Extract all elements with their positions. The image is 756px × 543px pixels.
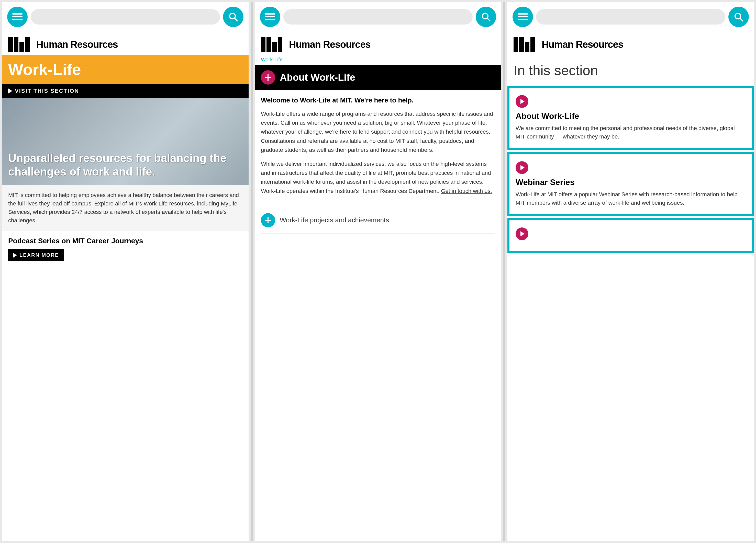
svg-rect-5 — [265, 13, 275, 15]
menu-button-1[interactable] — [7, 7, 28, 27]
hero-image: Unparalleled resources for balancing the… — [2, 98, 249, 185]
panel-2: Human Resources Work-Life About Work-Lif… — [255, 2, 501, 541]
mit-bar-2-3 — [272, 42, 277, 52]
mit-bar-4 — [25, 37, 30, 52]
card-play-3[interactable] — [516, 228, 528, 240]
svg-rect-7 — [265, 19, 275, 20]
mit-logo-2 — [261, 37, 282, 52]
panel1-description: MIT is committed to helping employees ac… — [2, 185, 249, 231]
hero-heading: Unparalleled resources for balancing the… — [8, 152, 242, 179]
card-body-1: We are committed to meeting the personal… — [516, 124, 746, 141]
search-bar-2[interactable] — [283, 9, 473, 25]
accordion-work-life-projects[interactable]: Work-Life projects and achievements — [255, 207, 501, 234]
about-content: Welcome to Work-Life at MIT. We're here … — [255, 90, 501, 207]
card-play-1[interactable] — [516, 95, 528, 108]
plus-circle-pink — [261, 70, 275, 85]
work-life-title-1: Work-Life — [8, 61, 81, 78]
svg-line-18 — [740, 18, 743, 21]
card-webinar: Webinar Series Work-Life at MIT offers a… — [509, 154, 752, 214]
card-about-work-life-teal-bg: About Work-Life We are committed to meet… — [507, 86, 754, 150]
logo-area-3: Human Resources — [507, 32, 754, 55]
mit-hr-title-2: Human Resources — [289, 39, 371, 50]
mit-bar-2-2 — [266, 37, 271, 52]
svg-line-4 — [235, 18, 238, 21]
visit-section-bar[interactable]: VISIT THIS SECTION — [2, 84, 249, 98]
logo-area-2: Human Resources — [255, 32, 501, 55]
get-in-touch-link[interactable]: Get in touch with us. — [441, 188, 492, 194]
in-this-section-title: In this section — [514, 63, 598, 78]
mit-logo-3 — [514, 37, 535, 52]
mit-logo-1 — [8, 37, 30, 52]
panel1-desc-body: MIT is committed to helping employees ac… — [8, 191, 242, 225]
svg-rect-2 — [12, 19, 23, 20]
about-body-1: Work-Life offers a wide range of program… — [261, 109, 495, 154]
svg-rect-13 — [265, 220, 271, 221]
podcast-title: Podcast Series on MIT Career Journeys — [8, 237, 242, 245]
about-welcome: Welcome to Work-Life at MIT. We're here … — [261, 96, 495, 104]
svg-rect-11 — [265, 77, 271, 78]
card-title-2: Webinar Series — [516, 178, 746, 187]
top-nav-2 — [255, 2, 501, 32]
mit-hr-title-3: Human Resources — [542, 39, 623, 50]
svg-point-3 — [230, 13, 235, 19]
in-this-section-header: In this section — [507, 55, 754, 86]
mit-bar-2 — [14, 37, 18, 52]
accordion-plus-teal — [261, 213, 275, 228]
card-3-teal-bg — [507, 218, 754, 253]
svg-point-17 — [735, 13, 741, 19]
breadcrumb-2[interactable]: Work-Life — [255, 55, 501, 65]
mit-bar-3-4 — [530, 37, 535, 52]
screen-container: Human Resources Work-Life VISIT THIS SEC… — [0, 0, 756, 543]
divider-1 — [251, 2, 253, 541]
top-nav-3 — [507, 2, 754, 32]
divider-line-2 — [261, 234, 495, 234]
svg-rect-6 — [265, 16, 275, 17]
podcast-section: Podcast Series on MIT Career Journeys LE… — [2, 231, 249, 267]
svg-rect-0 — [12, 13, 23, 15]
svg-rect-14 — [518, 13, 528, 15]
mit-bar-3a — [19, 42, 24, 52]
card-play-2[interactable] — [516, 161, 528, 174]
search-button-2[interactable] — [476, 7, 496, 27]
learn-more-label: LEARN MORE — [19, 252, 59, 258]
about-work-life-title: About Work-Life — [280, 72, 355, 83]
work-life-header-1: Work-Life — [2, 55, 249, 84]
card-webinar-teal-bg: Webinar Series Work-Life at MIT offers a… — [507, 152, 754, 216]
svg-rect-1 — [12, 16, 23, 17]
visit-play-icon — [8, 88, 12, 94]
about-work-life-header: About Work-Life — [255, 65, 501, 90]
search-button-3[interactable] — [728, 7, 749, 27]
mit-bar-2-1 — [261, 37, 265, 52]
svg-point-8 — [482, 13, 488, 19]
mit-hr-title-1: Human Resources — [36, 39, 118, 50]
learn-more-button[interactable]: LEARN MORE — [8, 249, 64, 261]
panel-1: Human Resources Work-Life VISIT THIS SEC… — [2, 2, 249, 541]
card-title-1: About Work-Life — [516, 111, 746, 121]
mit-bar-1 — [8, 37, 13, 52]
logo-area-1: Human Resources — [2, 32, 249, 55]
search-bar-1[interactable] — [31, 9, 220, 25]
learn-more-play-icon — [13, 253, 17, 258]
mit-bar-3-3 — [525, 42, 529, 52]
accordion-label: Work-Life projects and achievements — [280, 216, 389, 225]
card-body-2: Work-Life at MIT offers a popular Webina… — [516, 190, 746, 207]
visit-section-label: VISIT THIS SECTION — [15, 88, 79, 94]
menu-button-3[interactable] — [513, 7, 533, 27]
card-about-work-life: About Work-Life We are committed to meet… — [509, 88, 752, 148]
menu-button-2[interactable] — [260, 7, 280, 27]
card-3 — [509, 220, 752, 251]
svg-rect-16 — [518, 19, 528, 20]
mit-bar-2-4 — [278, 37, 282, 52]
top-nav-1 — [2, 2, 249, 32]
svg-rect-15 — [518, 16, 528, 17]
panel-3: Human Resources In this section About Wo… — [507, 2, 754, 541]
svg-line-9 — [487, 18, 490, 21]
about-body-2: While we deliver important individualize… — [261, 160, 495, 196]
hero-text-overlay: Unparalleled resources for balancing the… — [2, 145, 249, 185]
search-bar-3[interactable] — [536, 9, 725, 25]
search-button-1[interactable] — [223, 7, 243, 27]
mit-bar-3-1 — [514, 37, 518, 52]
divider-2 — [503, 2, 505, 541]
mit-bar-3-2 — [519, 37, 524, 52]
